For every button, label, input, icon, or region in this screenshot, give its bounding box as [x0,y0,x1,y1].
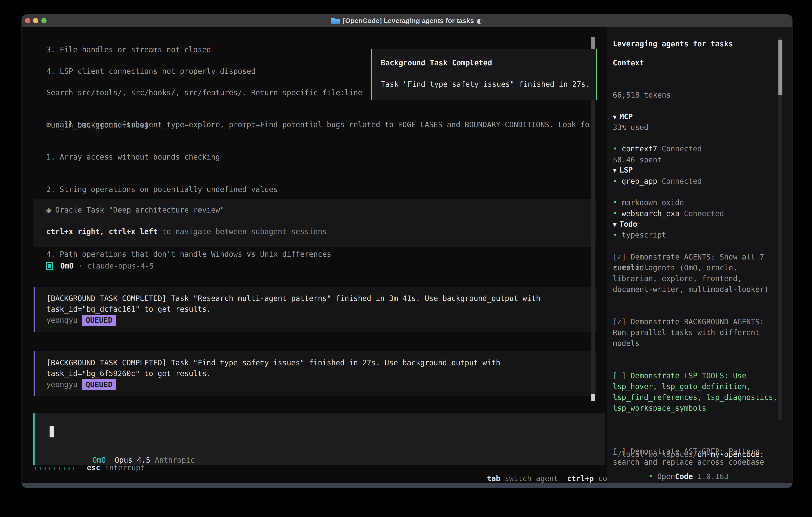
todo-item: [ ] Demonstrate LSP TOOLS: Use lsp_hover… [613,371,789,414]
mcp-section-header[interactable]: ▼MCP [613,111,633,123]
status-dot-icon: • [648,472,653,481]
collapse-triangle-icon: ▼ [613,221,617,228]
activity-spinner-dots [35,467,77,470]
opencode-window: [OpenCode] Leveraging agents for tasks ◐… [22,15,792,488]
lsp-item: •markdown-oxide [613,197,684,208]
task-author: yeongyu [46,379,78,390]
collapse-triangle-icon: ▼ [613,113,617,121]
statusbar-left: esc interrupt [35,462,145,473]
status-dot-icon: • [613,198,617,207]
task-author: yeongyu [46,315,78,326]
terminal-main-pane: 3. File handles or streams not closed 4.… [22,27,607,483]
oracle-task-title: ◉ Oracle Task "Deep architecture review" [46,205,224,216]
session-state-icon: ◐ [477,17,483,25]
record-icon: ◉ [46,206,51,214]
task-message-line: [BACKGROUND TASK COMPLETED] Task "Find t… [46,357,500,368]
window-title: [OpenCode] Leveraging agents for tasks [343,17,474,25]
todo-item: [✓] Demonstrate AGENTS: Show all 7 curat… [613,252,789,295]
toast-notification[interactable]: Background Task Completed Task "Find typ… [371,49,598,100]
transcript-line: 3. File handles or streams not closed [46,45,256,55]
session-sidebar: Leveraging agents for tasks Context 66,5… [607,27,792,483]
window-titlebar[interactable]: [OpenCode] Leveraging agents for tasks ◐ [22,15,792,27]
text-cursor [50,426,54,437]
chat-scrollbar-end[interactable] [590,394,595,401]
window-title-area: [OpenCode] Leveraging agents for tasks ◐ [22,15,792,27]
prompt-input[interactable]: OmO Opus 4.5 Anthropic [33,413,605,465]
status-badge: QUEUED [82,315,116,326]
tool-call-item: 4. Path operations that don't handle Win… [46,249,594,260]
oracle-task-hint: ctrl+x right, ctrl+x left to navigate be… [46,226,327,237]
window-bottom-edge [22,483,792,488]
todo-item: [✓] Demonstrate BACKGROUND AGENTS: Run p… [613,317,789,349]
context-heading: Context [613,58,644,69]
oracle-task-card[interactable]: ◉ Oracle Task "Deep architecture review"… [34,199,596,247]
status-dot-icon: • [613,144,617,153]
mcp-item: •context7 Connected [613,143,724,154]
statusbar-right: tab switch agent ctrl+p commands [452,462,607,483]
folder-icon [331,17,340,24]
task-message-line: [BACKGROUND TASK COMPLETED] Task "Resear… [46,293,541,304]
ctrlp-key: ctrl+p [567,474,594,483]
todo-section-header[interactable]: ▼Todo [613,219,637,230]
provider-label: Anthropic [155,456,195,464]
status-badge: QUEUED [82,379,116,390]
tool-call-item: 1. Array access without bounds checking [46,152,594,163]
collapse-triangle-icon: ▼ [613,166,617,174]
agent-square-icon [46,262,53,270]
esc-key: esc [87,462,100,473]
task-message-line: task_id="bg_dcfac161" to get results. [46,304,211,315]
tab-key: tab [487,474,500,483]
task-message-line: task_id="bg_6f59260c" to get results. [46,368,211,379]
agent-header: OmO · claude-opus-4-5 [46,261,154,272]
agent-name: OmO [60,261,74,272]
context-tokens: 66,518 tokens [613,90,671,101]
gear-icon: ⚙ [46,120,51,129]
background-task-message: [BACKGROUND TASK COMPLETED] Task "Find t… [34,351,597,396]
app-version: •OpenCode 1.0.163 [613,460,728,483]
tool-call-head: ⚙ call_omo_agent [subagent_type=explore,… [46,119,594,130]
sidebar-scrollbar-thumb[interactable] [778,39,782,95]
agent-model: · claude-opus-4-5 [74,261,154,272]
transcript-line: Search src/tools/, src/hooks/, src/featu… [46,87,362,98]
background-task-message: [BACKGROUND TASK COMPLETED] Task "Resear… [34,287,597,332]
notification-body: Task "Find type safety issues" finished … [381,79,590,90]
pane-divider [607,27,607,483]
session-title: Leveraging agents for tasks [613,38,733,49]
hint-keys: ctrl+x right, ctrl+x left [46,227,157,236]
tool-call-item: 2. String operations on potentially unde… [46,184,594,195]
notification-title: Background Task Completed [381,58,492,69]
desktop: [OpenCode] Leveraging agents for tasks ◐… [0,0,812,517]
lsp-section-header[interactable]: ▼LSP [613,165,633,176]
